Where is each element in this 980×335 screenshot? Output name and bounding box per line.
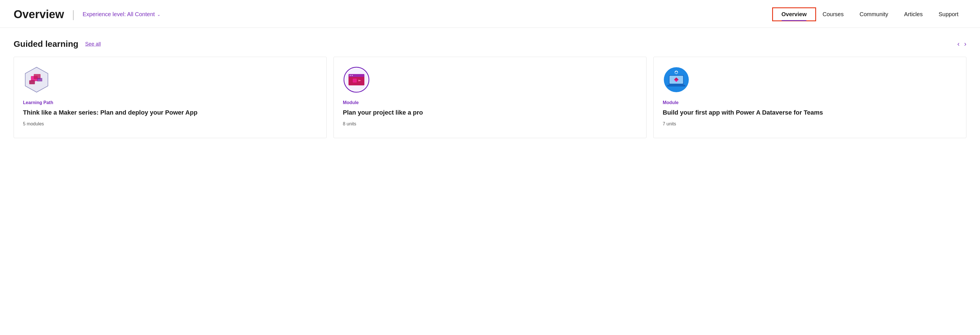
svg-rect-4 [37,78,42,81]
svg-point-12 [352,75,353,76]
nav-item-support[interactable]: Support [931,9,966,20]
nav-item-courses[interactable]: Courses [815,9,851,20]
card-icon-1 [23,66,50,93]
nav-item-community[interactable]: Community [851,9,896,20]
card-module-1[interactable]: Module Plan your project like a pro 8 un… [334,57,646,138]
svg-rect-16 [667,85,686,86]
card-icon-2 [343,66,370,93]
cards-grid: Learning Path Think like a Maker series:… [14,57,966,138]
svg-point-11 [350,75,351,76]
card-icon-3 [663,66,690,93]
card-learning-path[interactable]: Learning Path Think like a Maker series:… [14,57,327,138]
svg-rect-9 [353,78,357,83]
chevron-down-icon: ⌄ [157,12,161,17]
card-module-2[interactable]: Module Build your first app with Power A… [653,57,966,138]
card-meta-3: 7 units [663,121,957,126]
prev-arrow-button[interactable]: ‹ [957,40,959,48]
guided-learning-header: Guided learning See all ‹ › [14,39,966,49]
card-type-3: Module [663,100,957,105]
svg-rect-8 [348,74,364,77]
card-title-1: Think like a Maker series: Plan and depl… [23,108,317,117]
nav-item-articles[interactable]: Articles [896,9,931,20]
header-divider: | [72,8,75,21]
card-meta-2: 8 units [343,121,637,126]
card-title-3: Build your first app with Power A Datave… [663,108,957,117]
experience-level-dropdown[interactable]: Experience level: All Content ⌄ [83,11,161,18]
card-title-2: Plan your project like a pro [343,108,637,117]
card-type-1: Learning Path [23,100,317,105]
next-arrow-button[interactable]: › [964,40,966,48]
see-all-link[interactable]: See all [85,41,101,47]
nav-item-overview[interactable]: Overview [773,9,815,20]
experience-level-label: Experience level: All Content [83,11,155,18]
page-title: Overview [14,8,64,21]
carousel-nav: ‹ › [957,40,966,48]
header-left: Overview | Experience level: All Content… [14,8,161,21]
svg-rect-3 [29,80,35,84]
card-meta-1: 5 modules [23,121,317,126]
main-content: Guided learning See all ‹ › [0,28,980,138]
guided-learning-title: Guided learning [14,39,78,49]
card-type-2: Module [343,100,637,105]
page-header: Overview | Experience level: All Content… [0,0,980,28]
section-header-left: Guided learning See all [14,39,101,49]
top-nav: Overview Courses Community Articles Supp… [773,9,966,20]
